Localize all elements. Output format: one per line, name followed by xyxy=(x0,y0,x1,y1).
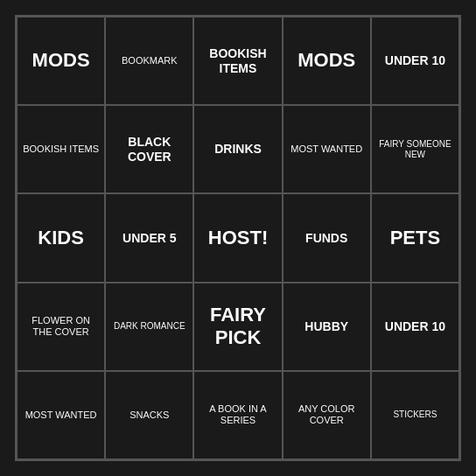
bingo-cell-r2c1[interactable]: UNDER 5 xyxy=(105,193,193,282)
bingo-cell-r2c3[interactable]: FUNDS xyxy=(283,193,371,282)
bingo-cell-label: SNACKS xyxy=(130,410,169,421)
bingo-cell-label: FAIRY PICK xyxy=(200,304,276,350)
bingo-cell-label: HUBBY xyxy=(304,319,348,334)
bingo-grid: MODSBOOKMARKBOOKISH ITEMSMODSUNDER 10BOO… xyxy=(17,17,459,459)
bingo-cell-label: FLOWER ON THE COVER xyxy=(23,315,99,338)
bingo-cell-r3c1[interactable]: DARK ROMANCE xyxy=(105,283,193,371)
bingo-cell-label: MOST WANTED xyxy=(290,144,362,155)
bingo-cell-r4c2[interactable]: A BOOK IN A SERIES xyxy=(193,371,282,459)
bingo-cell-label: FUNDS xyxy=(305,231,347,246)
bingo-cell-r1c4[interactable]: FAIRY SOMEONE NEW xyxy=(371,105,459,193)
bingo-cell-r3c4[interactable]: UNDER 10 xyxy=(371,283,459,371)
bingo-cell-label: HOST! xyxy=(208,227,268,249)
bingo-cell-label: UNDER 5 xyxy=(122,231,176,246)
bingo-cell-label: UNDER 10 xyxy=(385,319,445,334)
bingo-cell-label: MODS xyxy=(298,49,355,72)
bingo-cell-r0c3[interactable]: MODS xyxy=(283,17,371,105)
bingo-cell-r1c1[interactable]: BLACK COVER xyxy=(105,105,193,193)
bingo-cell-label: ANY COLOR COVER xyxy=(289,403,365,426)
bingo-cell-r0c0[interactable]: MODS xyxy=(17,17,105,105)
bingo-cell-r1c3[interactable]: MOST WANTED xyxy=(283,105,371,193)
bingo-cell-label: PETS xyxy=(390,227,440,249)
bingo-cell-r2c4[interactable]: PETS xyxy=(371,193,459,282)
bingo-cell-r1c0[interactable]: BOOKISH ITEMS xyxy=(17,105,105,193)
bingo-cell-r2c2[interactable]: HOST! xyxy=(193,193,282,282)
bingo-cell-r3c3[interactable]: HUBBY xyxy=(283,283,371,371)
bingo-cell-label: BOOKMARK xyxy=(122,55,178,66)
bingo-cell-label: DARK ROMANCE xyxy=(114,321,186,332)
bingo-cell-r0c2[interactable]: BOOKISH ITEMS xyxy=(193,17,282,105)
bingo-cell-label: STICKERS xyxy=(393,410,437,420)
bingo-cell-label: A BOOK IN A SERIES xyxy=(200,403,276,426)
bingo-cell-label: MODS xyxy=(32,49,90,72)
bingo-cell-r4c1[interactable]: SNACKS xyxy=(105,371,193,459)
bingo-cell-r0c4[interactable]: UNDER 10 xyxy=(371,17,459,105)
bingo-cell-label: BOOKISH ITEMS xyxy=(23,144,99,155)
bingo-cell-r3c0[interactable]: FLOWER ON THE COVER xyxy=(17,283,105,371)
bingo-cell-label: KIDS xyxy=(38,227,84,249)
bingo-cell-r4c4[interactable]: STICKERS xyxy=(371,371,459,459)
bingo-cell-label: BOOKISH ITEMS xyxy=(200,46,276,76)
bingo-cell-label: FAIRY SOMEONE NEW xyxy=(377,139,453,160)
bingo-cell-label: UNDER 10 xyxy=(385,53,445,68)
bingo-cell-r3c2[interactable]: FAIRY PICK xyxy=(193,283,282,371)
bingo-cell-r4c3[interactable]: ANY COLOR COVER xyxy=(283,371,371,459)
bingo-cell-r1c2[interactable]: DRINKS xyxy=(193,105,282,193)
bingo-cell-label: MOST WANTED xyxy=(25,410,97,421)
bingo-cell-label: DRINKS xyxy=(214,142,262,157)
bingo-cell-r0c1[interactable]: BOOKMARK xyxy=(105,17,193,105)
bingo-cell-label: BLACK COVER xyxy=(111,135,187,164)
bingo-cell-r4c0[interactable]: MOST WANTED xyxy=(17,371,105,459)
bingo-board: MODSBOOKMARKBOOKISH ITEMSMODSUNDER 10BOO… xyxy=(15,15,461,461)
bingo-cell-r2c0[interactable]: KIDS xyxy=(17,193,105,282)
